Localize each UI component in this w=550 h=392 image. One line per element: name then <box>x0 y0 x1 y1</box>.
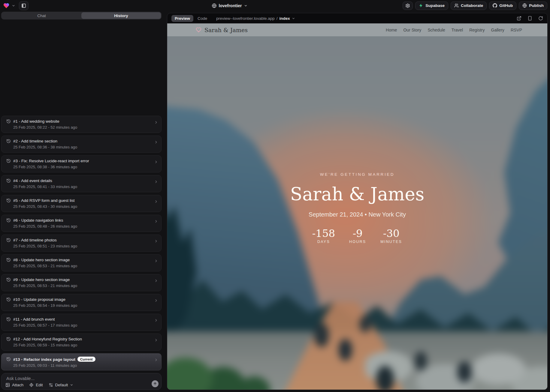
nav-home[interactable]: Home <box>386 28 397 32</box>
mobile-view-button[interactable] <box>527 16 532 21</box>
tab-history[interactable]: History <box>81 12 161 19</box>
publish-button[interactable]: Publish <box>519 1 547 10</box>
current-badge: Current <box>77 357 95 362</box>
history-item[interactable]: #4 - Add event details 25 Feb 2025, 08:4… <box>1 175 162 192</box>
history-item[interactable]: #11 - Add brunch event 25 Feb 2025, 08:5… <box>1 314 162 331</box>
history-item-title: #11 - Add brunch event <box>13 317 55 322</box>
history-item-meta: 25 Feb 2025, 08:59 - 15 minutes ago <box>13 343 158 347</box>
chevron-right-icon <box>154 318 158 322</box>
mode-select[interactable]: Default <box>49 383 74 387</box>
history-item-meta: 25 Feb 2025, 08:51 - 23 minutes ago <box>13 244 158 248</box>
nav-rsvp[interactable]: RSVP <box>511 28 522 32</box>
sliders-icon <box>49 383 53 387</box>
heart-icon <box>196 27 201 33</box>
history-item[interactable]: #3 - Fix: Resolve Lucide-react import er… <box>1 155 162 172</box>
lovable-logo-icon[interactable] <box>3 2 10 9</box>
supabase-button[interactable]: Supabase <box>415 1 448 10</box>
edit-button[interactable]: Edit <box>29 383 43 387</box>
chevron-right-icon <box>154 160 158 164</box>
history-item-meta: 25 Feb 2025, 08:53 - 21 minutes ago <box>13 283 158 288</box>
open-external-button[interactable] <box>517 16 521 21</box>
preview-url-page: index <box>279 16 290 21</box>
history-icon <box>6 238 11 242</box>
history-item-title: #7 - Add timeline photos <box>13 238 57 242</box>
globe-icon <box>212 3 216 8</box>
preview-url[interactable]: preview--lovefrontier.lovable.app / inde… <box>216 16 295 21</box>
tab-code[interactable]: Code <box>198 16 207 21</box>
collaborate-button[interactable]: Collaborate <box>451 1 487 10</box>
history-item[interactable]: #6 - Update navigation links 25 Feb 2025… <box>1 215 162 232</box>
history-item-meta: 25 Feb 2025, 08:22 - 52 minutes ago <box>13 125 158 130</box>
history-item-current[interactable]: #13 - Refactor index page layoutCurrent … <box>1 353 162 370</box>
github-button[interactable]: GitHub <box>489 1 516 10</box>
history-item[interactable]: #2 - Add timeline section 25 Feb 2025, 0… <box>1 136 162 153</box>
send-button[interactable] <box>152 380 159 387</box>
site-brand-text: Sarah & James <box>204 27 248 33</box>
nav-our-story[interactable]: Our Story <box>403 28 421 32</box>
toggle-sidebar-button[interactable] <box>19 1 29 10</box>
history-item-meta: 25 Feb 2025, 08:57 - 17 minutes ago <box>13 323 158 328</box>
nav-travel[interactable]: Travel <box>452 28 463 32</box>
history-list: #1 - Add wedding website 25 Feb 2025, 08… <box>1 116 162 370</box>
project-switcher[interactable]: lovefrontier <box>212 0 247 11</box>
history-item-meta: 25 Feb 2025, 08:38 - 36 minutes ago <box>13 165 158 169</box>
project-menu-chevron-icon[interactable] <box>12 4 15 7</box>
hero-section: WE'RE GETTING MARRIED Sarah & James Sept… <box>167 36 547 390</box>
history-item-title: #12 - Add Honeyfund Registry Section <box>13 337 82 341</box>
tab-chat[interactable]: Chat <box>2 12 81 19</box>
chevron-right-icon <box>154 358 158 362</box>
refresh-button[interactable] <box>538 16 543 21</box>
site-brand[interactable]: Sarah & James <box>196 27 248 33</box>
countdown-days-value: -158 <box>312 228 335 239</box>
history-item-meta: 25 Feb 2025, 08:53 - 21 minutes ago <box>13 264 158 268</box>
nav-schedule[interactable]: Schedule <box>428 28 445 32</box>
preview-url-separator: / <box>277 16 278 21</box>
ask-lovable-input[interactable] <box>6 376 149 381</box>
history-item-meta: 25 Feb 2025, 08:41 - 33 minutes ago <box>13 184 158 189</box>
countdown-hours: -9 HOURS <box>346 228 369 244</box>
panel-left-icon <box>21 3 26 8</box>
chevron-right-icon <box>154 219 158 223</box>
top-bar: lovefrontier Supabase Collab <box>0 0 550 11</box>
nav-registry[interactable]: Registry <box>469 28 485 32</box>
arrow-up-icon <box>153 382 157 386</box>
github-icon <box>493 3 497 8</box>
settings-button[interactable] <box>403 1 413 10</box>
project-name: lovefrontier <box>219 3 242 8</box>
chevron-down-icon <box>292 17 295 20</box>
history-item-meta: 25 Feb 2025, 08:43 - 30 minutes ago <box>13 204 158 209</box>
countdown: -158 DAYS -9 HOURS -30 MINUTES <box>167 228 547 244</box>
users-icon <box>454 3 459 8</box>
history-item[interactable]: #8 - Update hero section image 25 Feb 20… <box>1 254 162 271</box>
history-icon <box>6 357 11 361</box>
preview-toolbar: Preview Code preview--lovefrontier.lovab… <box>167 13 547 23</box>
nav-gallery[interactable]: Gallery <box>491 28 504 32</box>
history-item-title: #4 - Add event details <box>13 178 52 183</box>
github-label: GitHub <box>499 3 513 8</box>
chevron-right-icon <box>154 120 158 124</box>
hero-title: Sarah & James <box>167 184 547 205</box>
hero-content: WE'RE GETTING MARRIED Sarah & James Sept… <box>167 172 547 244</box>
history-item[interactable]: #10 - Update proposal image 25 Feb 2025,… <box>1 294 162 311</box>
history-item-title-text: #13 - Refactor index page layout <box>13 357 75 362</box>
history-item-title: #13 - Refactor index page layoutCurrent <box>13 357 95 362</box>
history-item[interactable]: #5 - Add RSVP form and guest list 25 Feb… <box>1 195 162 212</box>
tab-chat-label: Chat <box>37 13 46 18</box>
tab-preview[interactable]: Preview <box>171 15 193 22</box>
hero-eyebrow: WE'RE GETTING MARRIED <box>167 172 547 177</box>
history-item[interactable]: #1 - Add wedding website 25 Feb 2025, 08… <box>1 116 162 133</box>
gear-icon <box>405 3 410 8</box>
history-item[interactable]: #7 - Add timeline photos 25 Feb 2025, 08… <box>1 235 162 252</box>
history-icon <box>6 277 11 282</box>
history-item-meta: 25 Feb 2025, 08:54 - 19 minutes ago <box>13 303 158 308</box>
attach-button[interactable]: Attach <box>5 383 23 387</box>
chevron-right-icon <box>154 140 158 144</box>
chevron-right-icon <box>154 338 158 342</box>
history-item[interactable]: #12 - Add Honeyfund Registry Section 25 … <box>1 334 162 351</box>
publish-globe-icon <box>522 3 527 8</box>
history-icon <box>6 139 11 143</box>
history-icon <box>6 218 11 223</box>
chevron-right-icon <box>154 298 158 303</box>
chevron-right-icon <box>154 199 158 204</box>
history-item[interactable]: #9 - Update hero section image 25 Feb 20… <box>1 274 162 291</box>
